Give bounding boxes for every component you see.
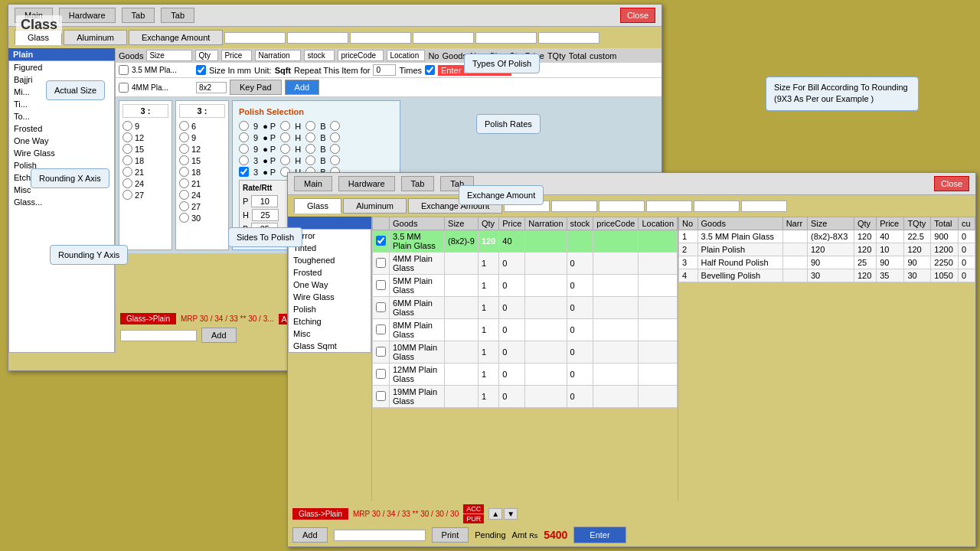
size-in-mm-check[interactable] bbox=[196, 65, 206, 75]
side-glasssqmt[interactable]: Glass Sqmt bbox=[289, 340, 371, 352]
main-nav-aluminum[interactable]: Aluminum bbox=[64, 30, 127, 45]
bottom-input-second[interactable] bbox=[334, 530, 426, 541]
scroll-down[interactable]: ▼ bbox=[504, 508, 518, 520]
polish-row-2: 9 ● P H B bbox=[239, 132, 394, 142]
second-extra-5[interactable] bbox=[694, 201, 740, 212]
radio-12-left: 12 bbox=[122, 132, 168, 142]
goods-qty-header[interactable] bbox=[195, 50, 218, 61]
ocol-goods: Goods bbox=[697, 217, 782, 230]
col-narr: Narration bbox=[525, 217, 567, 230]
sidebar-item-oneway[interactable]: One Way bbox=[9, 135, 114, 147]
side-etching[interactable]: Etching bbox=[289, 315, 371, 328]
add-btn-bottom[interactable]: Add bbox=[201, 328, 237, 343]
row1-price: 40 bbox=[499, 230, 525, 253]
second-tab-main[interactable]: Main bbox=[294, 176, 332, 191]
side-wireglass[interactable]: Wire Glass bbox=[289, 291, 371, 303]
table-row-4[interactable]: 6MM Plain Glass 1 0 0 bbox=[373, 297, 678, 319]
ocol-price: Price bbox=[877, 217, 904, 230]
sidebar-item-to[interactable]: To... bbox=[9, 110, 114, 122]
table-row-1[interactable]: 3.5 MM Plain Glass (8x2)-9 120 40 bbox=[373, 230, 678, 253]
goods-size-header[interactable] bbox=[146, 50, 192, 61]
second-extra-3[interactable] bbox=[599, 201, 645, 212]
sides-to-polish-callout: Sides To Polish bbox=[228, 227, 302, 247]
sidebar-item-glass[interactable]: Glass... bbox=[9, 196, 114, 208]
main-tab-hardware[interactable]: Hardware bbox=[59, 8, 116, 23]
table-row-6[interactable]: 10MM Plain Glass 1 0 0 bbox=[373, 341, 678, 364]
glass-plain-label: Glass->Plain bbox=[120, 313, 176, 324]
main-tab-tab1[interactable]: Tab bbox=[122, 8, 155, 23]
goods-tqty-header: TQty bbox=[547, 51, 566, 60]
extra-field-6[interactable] bbox=[538, 32, 599, 44]
bottom-input-main[interactable] bbox=[120, 330, 197, 341]
second-nav-aluminum[interactable]: Aluminum bbox=[343, 198, 407, 214]
extra-field-3[interactable] bbox=[350, 32, 411, 44]
repeat-value-input[interactable] bbox=[373, 64, 396, 76]
table-row-7[interactable]: 12MM Plain Glass 1 0 0 bbox=[373, 364, 678, 386]
side-frosted[interactable]: Frosted bbox=[289, 266, 371, 279]
second-extra-4[interactable] bbox=[646, 201, 692, 212]
scroll-up[interactable]: ▲ bbox=[488, 508, 502, 520]
goods-row1-check[interactable] bbox=[119, 65, 129, 75]
types-of-polish-callout: Types Of Polish bbox=[464, 54, 540, 73]
goods-row2-size[interactable] bbox=[196, 82, 227, 93]
sidebar-item-frosted[interactable]: Frosted bbox=[9, 122, 114, 135]
polish-panel-title: Polish Selection bbox=[239, 107, 394, 116]
extra-field-5[interactable] bbox=[475, 32, 537, 44]
goods-header-bar: Goods No Goods Narr Size Qty Price TQty … bbox=[116, 48, 662, 63]
rounding-x-callout: Rounding X Axis bbox=[31, 168, 109, 188]
enter-on-selection-check[interactable] bbox=[425, 65, 435, 75]
table-row-2[interactable]: 4MM Plain Glass 1 0 0 bbox=[373, 253, 678, 275]
polish-row-1: 9 ● P H B bbox=[239, 121, 394, 131]
order-row-2[interactable]: 2 Plain Polish 120 120 10 120 1200 0 bbox=[679, 243, 975, 256]
order-table: No Goods Narr Size Qty Price TQty Total … bbox=[678, 217, 975, 282]
amt-value: 5400 bbox=[544, 529, 567, 541]
order-row-1[interactable]: 1 3.5 MM Plain Glass (8x2)-8X3 120 40 22… bbox=[679, 230, 975, 243]
goods-row-1: 3.5 MM Pla... Size In mm Unit: Sqft Repe… bbox=[116, 63, 662, 78]
extra-field-2[interactable] bbox=[287, 32, 348, 44]
ocol-tqty: TQty bbox=[904, 217, 931, 230]
radio-21-left: 21 bbox=[122, 167, 168, 177]
table-row-5[interactable]: 8MM Plain Glass 1 0 0 bbox=[373, 319, 678, 341]
extra-field-4[interactable] bbox=[413, 32, 474, 44]
size-for-bill-callout: Size For Bill According To Rounding(9X3 … bbox=[766, 77, 919, 111]
goods-stock-header[interactable] bbox=[304, 50, 335, 61]
second-close-button[interactable]: Close bbox=[934, 176, 969, 191]
print-btn[interactable]: Print bbox=[432, 527, 469, 543]
ocol-no: No bbox=[679, 217, 698, 230]
goods-price-header[interactable] bbox=[221, 50, 252, 61]
goods-total-header: Total bbox=[569, 51, 586, 60]
goods-row-2: 4MM Pla... Key Pad Add bbox=[116, 78, 662, 97]
goods-location-header[interactable] bbox=[387, 50, 425, 61]
main-tab-tab2[interactable]: Tab bbox=[161, 8, 194, 23]
second-tab-hardware[interactable]: Hardware bbox=[338, 176, 395, 191]
table-row-3[interactable]: 5MM Plain Glass 1 0 0 bbox=[373, 275, 678, 297]
side-oneway[interactable]: One Way bbox=[289, 279, 371, 291]
enter-btn[interactable]: Enter bbox=[573, 527, 626, 543]
second-nav-glass[interactable]: Glass bbox=[294, 198, 341, 214]
goods-row2-check[interactable] bbox=[119, 83, 129, 93]
keypad-button[interactable]: Key Pad bbox=[230, 80, 282, 95]
side-misc[interactable]: Misc bbox=[289, 328, 371, 340]
y-axis-value: 3 : bbox=[179, 104, 225, 118]
second-extra-2[interactable] bbox=[551, 201, 597, 212]
main-nav-tabs: Glass Aluminum Exchange Amount bbox=[8, 27, 662, 48]
main-close-button[interactable]: Close bbox=[620, 8, 655, 23]
add-button-main[interactable]: Add bbox=[285, 80, 320, 95]
side-toughened[interactable]: Toughened bbox=[289, 254, 371, 266]
sidebar-item-figured[interactable]: Figured bbox=[9, 61, 114, 73]
radio-18-left: 18 bbox=[122, 155, 168, 165]
table-row-8[interactable]: 19MM Plain Glass 1 0 0 bbox=[373, 386, 678, 408]
add-btn-second[interactable]: Add bbox=[292, 527, 328, 543]
main-nav-exchange[interactable]: Exchange Amount bbox=[129, 30, 223, 45]
rate-h-value: 25 bbox=[252, 209, 279, 221]
goods-narr-header[interactable] bbox=[255, 50, 301, 61]
exchange-amount-callout: Exchange Amount bbox=[459, 185, 544, 205]
extra-field-1[interactable] bbox=[224, 32, 286, 44]
sidebar-item-wireglass[interactable]: Wire Glass bbox=[9, 147, 114, 159]
second-extra-6[interactable] bbox=[741, 201, 787, 212]
goods-pricecode-header[interactable] bbox=[338, 50, 384, 61]
second-tab-tab1[interactable]: Tab bbox=[401, 176, 435, 191]
order-row-3[interactable]: 3 Half Round Polish 90 25 90 90 2250 0 bbox=[679, 256, 975, 269]
side-polish[interactable]: Polish bbox=[289, 303, 371, 315]
order-row-4[interactable]: 4 Bevelling Polish 30 120 35 30 1050 0 bbox=[679, 269, 975, 282]
